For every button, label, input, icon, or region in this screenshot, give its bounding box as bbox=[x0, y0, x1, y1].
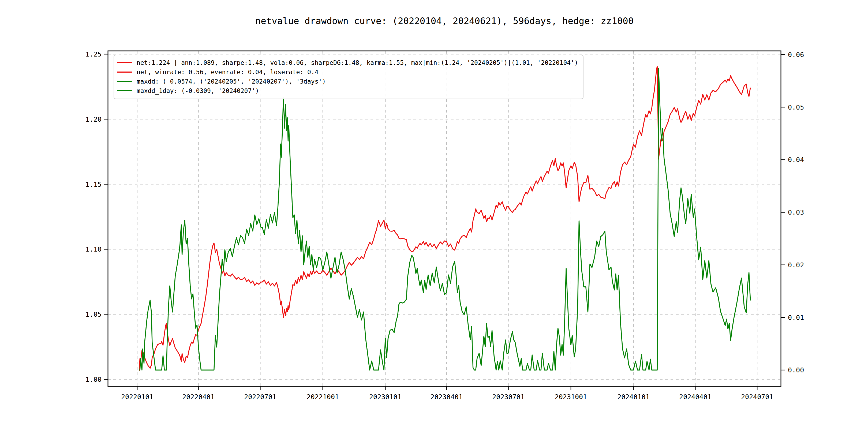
x-tick-label: 20230401 bbox=[430, 393, 462, 401]
x-tick-label: 20240401 bbox=[679, 393, 711, 401]
x-tick-label: 20230701 bbox=[492, 393, 524, 401]
legend-line-swatch-icon bbox=[117, 71, 132, 72]
x-tick-label: 20240701 bbox=[741, 393, 773, 401]
left-tick-label: 1.15 bbox=[86, 181, 101, 188]
legend: net:1.224 | ann:1.089, sharpe:1.48, vola… bbox=[114, 55, 584, 99]
legend-line-swatch-icon bbox=[117, 62, 132, 63]
legend-label: net, winrate: 0.56, evenrate: 0.04, lose… bbox=[136, 69, 318, 75]
legend-item: maxdd_1day: (-0.0309, '20240207') bbox=[117, 86, 578, 95]
x-tick-label: 20231001 bbox=[555, 393, 587, 401]
left-tick-label: 1.05 bbox=[86, 310, 101, 318]
x-tick-label: 20230101 bbox=[369, 393, 401, 401]
right-tick-label: 0.05 bbox=[788, 103, 804, 111]
left-tick-label: 1.10 bbox=[86, 245, 101, 253]
x-tick-label: 20240101 bbox=[617, 393, 649, 401]
legend-line-swatch-icon bbox=[117, 81, 132, 82]
left-tick-label: 1.25 bbox=[86, 50, 101, 58]
x-tick-label: 20220701 bbox=[244, 393, 276, 401]
right-tick-label: 0.01 bbox=[788, 314, 804, 321]
legend-label: maxdd_1day: (-0.0309, '20240207') bbox=[136, 87, 259, 94]
legend-label: net:1.224 | ann:1.089, sharpe:1.48, vola… bbox=[136, 59, 578, 66]
legend-line-swatch-icon bbox=[117, 90, 132, 91]
right-tick-label: 0.03 bbox=[788, 209, 804, 216]
chart-title: netvalue drawdown curve: (20220104, 2024… bbox=[108, 16, 781, 26]
figure: 2022010120220401202207012022100120230101… bbox=[0, 0, 868, 434]
x-tick-label: 20220101 bbox=[121, 393, 153, 401]
right-tick-label: 0.02 bbox=[788, 261, 804, 269]
x-tick-label: 20220401 bbox=[182, 393, 214, 401]
legend-item: maxdd: (-0.0574, ('20240205', '20240207'… bbox=[117, 76, 578, 86]
left-tick-label: 1.00 bbox=[86, 376, 101, 383]
legend-label: maxdd: (-0.0574, ('20240205', '20240207'… bbox=[136, 78, 326, 85]
x-tick-label: 20221001 bbox=[307, 393, 339, 401]
legend-item: net:1.224 | ann:1.089, sharpe:1.48, vola… bbox=[117, 58, 578, 67]
right-tick-label: 0.00 bbox=[788, 366, 804, 374]
legend-item: net, winrate: 0.56, evenrate: 0.04, lose… bbox=[117, 67, 578, 76]
right-tick-label: 0.06 bbox=[788, 51, 804, 59]
right-tick-label: 0.04 bbox=[788, 156, 804, 164]
left-tick-label: 1.20 bbox=[86, 116, 101, 123]
